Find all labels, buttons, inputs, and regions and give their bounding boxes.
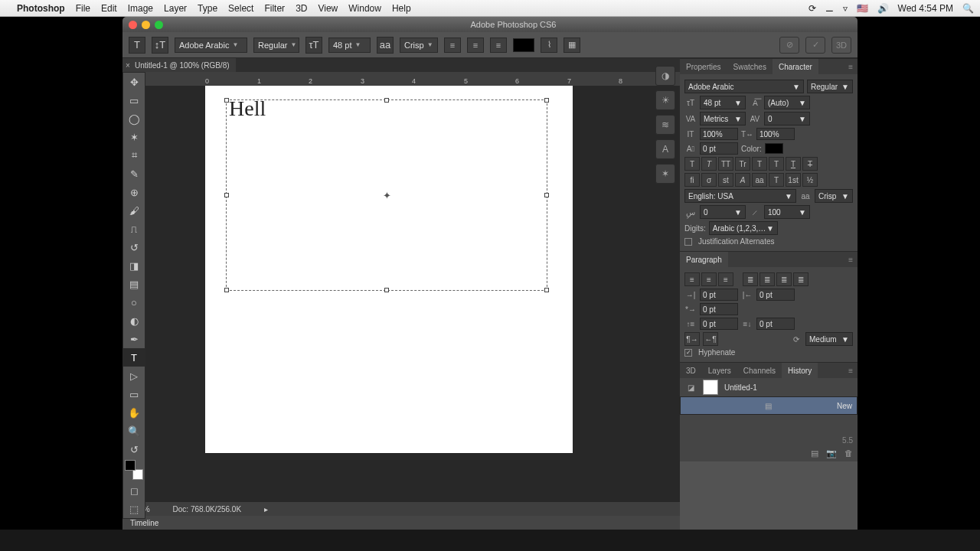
faux-bold[interactable]: T (684, 157, 700, 171)
history-brush-tool[interactable]: ↺ (123, 238, 145, 256)
menu-type[interactable]: Type (198, 3, 217, 14)
stamp-tool[interactable]: ⎍ (123, 220, 145, 238)
bluetooth-icon[interactable]: ⚊ (825, 3, 834, 14)
zoom-button[interactable] (155, 21, 163, 29)
char-baseline[interactable]: 0 pt (700, 142, 738, 155)
titling[interactable]: T (769, 173, 784, 187)
discretionary[interactable]: st (718, 173, 733, 187)
history-step[interactable]: ▤ New (680, 396, 858, 415)
char-style-select[interactable]: Regular▼ (807, 80, 853, 93)
font-style-select[interactable]: Regular▼ (253, 37, 299, 53)
healing-tool[interactable]: ⊕ (123, 183, 145, 201)
handle-s[interactable] (384, 288, 389, 292)
char-kerning-select[interactable]: Metrics▼ (700, 112, 746, 126)
text-color-swatch[interactable] (513, 38, 534, 52)
underline[interactable]: T (786, 157, 801, 171)
handle-e[interactable] (544, 193, 549, 197)
path-select-tool[interactable]: ▷ (123, 367, 145, 385)
commit-button[interactable]: ✓ (805, 37, 825, 54)
font-family-select[interactable]: Adobe Arabic▼ (175, 37, 247, 53)
app-name[interactable]: Photoshop (17, 3, 65, 14)
contextual[interactable]: σ (701, 173, 717, 187)
subscript[interactable]: T (769, 157, 784, 171)
align-center-button[interactable]: ≡ (467, 37, 484, 53)
paragraph-tab[interactable]: Paragraph (680, 252, 728, 267)
delete-button[interactable]: 🗑 (844, 448, 853, 458)
hand-tool[interactable]: ✋ (123, 403, 145, 422)
faux-italic[interactable]: T (701, 157, 717, 171)
para-justify-all[interactable]: ≣ (793, 272, 808, 286)
all-caps[interactable]: TT (718, 157, 733, 171)
swatches-tab[interactable]: Swatches (727, 59, 773, 74)
lasso-tool[interactable]: ◯ (123, 109, 145, 128)
menu-select[interactable]: Select (228, 3, 253, 14)
hyphenate-checkbox[interactable]: ✓ (684, 349, 692, 357)
close-button[interactable] (129, 21, 137, 29)
char-hscale[interactable]: 100% (756, 128, 795, 140)
swash[interactable]: A (735, 173, 750, 187)
menu-window[interactable]: Window (348, 3, 381, 14)
strikethrough[interactable]: T (802, 157, 818, 171)
properties-tab[interactable]: Properties (680, 59, 727, 74)
panel-menu-icon[interactable]: ≡ (844, 252, 858, 267)
composer-select[interactable]: Medium▼ (805, 332, 853, 346)
adjustments-panel-icon[interactable]: ☀ (655, 90, 675, 110)
para-justify-right[interactable]: ≣ (776, 272, 792, 286)
move-tool[interactable]: ✥ (123, 73, 145, 91)
panel-menu-icon[interactable]: ≡ (844, 59, 858, 74)
panel-menu-icon[interactable]: ≡ (844, 363, 858, 378)
shape-tool[interactable]: ▭ (123, 385, 145, 403)
menu-filter[interactable]: Filter (264, 3, 285, 14)
para-align-left[interactable]: ≡ (684, 272, 700, 286)
ligatures[interactable]: fi (684, 173, 700, 187)
para-justify-center[interactable]: ≣ (760, 272, 775, 286)
kashida-select[interactable]: 100▼ (764, 205, 810, 219)
eyedropper-tool[interactable]: ✎ (123, 165, 145, 183)
swap-colors-icon[interactable]: ↺ (123, 440, 145, 458)
char-size-select[interactable]: 48 pt▼ (700, 96, 746, 109)
type-tool[interactable]: T (123, 348, 145, 367)
wand-tool[interactable]: ✶ (123, 128, 145, 146)
char-vscale[interactable]: 100% (700, 128, 738, 140)
warp-text-button[interactable]: ⌇ (541, 37, 557, 53)
stylistic[interactable]: aa (752, 173, 767, 187)
screenmode-button[interactable]: ⬚ (123, 500, 145, 518)
volume-icon[interactable]: 🔊 (877, 3, 889, 14)
handle-sw[interactable] (224, 288, 229, 292)
handle-n[interactable] (384, 98, 389, 103)
space-after[interactable]: 0 pt (756, 318, 795, 330)
doc-size[interactable]: Doc: 768.0K/256.0K (173, 505, 242, 514)
marquee-tool[interactable]: ▭ (123, 91, 145, 109)
history-snapshot[interactable]: ◪ Untitled-1 (680, 378, 858, 396)
indent-first[interactable]: 0 pt (700, 303, 738, 315)
color-panel-icon[interactable]: ◑ (655, 66, 675, 86)
clock[interactable]: Wed 4:54 PM (898, 3, 953, 14)
fg-bg-colors[interactable] (123, 458, 145, 481)
text-bounding-box[interactable]: Hell ✦ (226, 99, 547, 291)
eraser-tool[interactable]: ◨ (123, 256, 145, 275)
typed-text[interactable]: Hell (229, 96, 266, 121)
text-orientation-icon[interactable]: ↕T (152, 37, 168, 54)
document-canvas[interactable]: Hell ✦ (205, 86, 573, 453)
quickmask-button[interactable]: ◻ (123, 481, 145, 500)
styles-panel-icon[interactable]: ≋ (655, 115, 675, 135)
3d-tab[interactable]: 3D (680, 363, 702, 378)
just-alt-checkbox[interactable] (684, 238, 692, 246)
indent-left[interactable]: 0 pt (700, 289, 738, 301)
diacritics-select[interactable]: 0▼ (700, 205, 746, 219)
para-dir-ltr[interactable]: ¶→ (684, 332, 700, 346)
history-tab[interactable]: History (782, 363, 818, 378)
menu-image[interactable]: Image (128, 3, 153, 14)
char-tracking-select[interactable]: 0▼ (764, 112, 810, 126)
gradient-tool[interactable]: ▤ (123, 275, 145, 293)
snapshot-button[interactable]: 📷 (826, 448, 837, 458)
menu-file[interactable]: File (76, 3, 90, 14)
para-align-right[interactable]: ≡ (718, 272, 733, 286)
mac-dock[interactable] (0, 530, 980, 551)
status-menu-icon[interactable]: ▸ (264, 505, 268, 514)
handle-ne[interactable] (544, 98, 549, 103)
menu-view[interactable]: View (318, 3, 338, 14)
handle-w[interactable] (224, 193, 229, 197)
char-color-swatch[interactable] (765, 143, 783, 154)
3d-button[interactable]: 3D (831, 37, 851, 54)
